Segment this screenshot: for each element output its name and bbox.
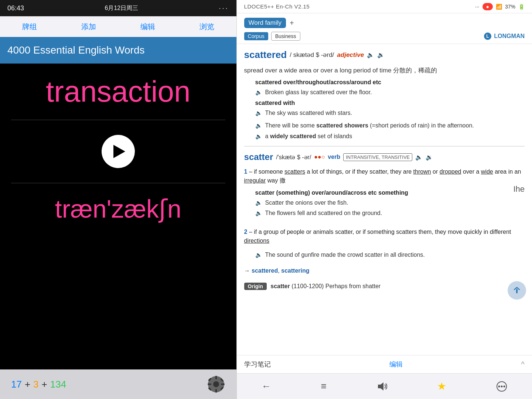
scatter-sense-2: 2 – if a group of people or animals scat… bbox=[244, 222, 525, 264]
arrow-symbol: → bbox=[244, 267, 252, 274]
example-text-1: Broken glass lay scattered over the floo… bbox=[265, 88, 372, 96]
sense-num-2: 2 bbox=[244, 229, 248, 235]
scatter-pronunciation: /'skætə $ -ər/ bbox=[276, 154, 311, 161]
separator-1: + bbox=[25, 379, 30, 390]
back-button[interactable]: ← bbox=[262, 381, 271, 392]
scatter-sound-2[interactable]: 🔉 bbox=[426, 154, 433, 161]
sense-def-2: – if a group of people or animals scatte… bbox=[244, 229, 511, 244]
add-symbol[interactable]: + bbox=[290, 19, 294, 27]
scattered-headword: scattered bbox=[244, 49, 287, 61]
play-button-container bbox=[102, 135, 135, 168]
svg-point-18 bbox=[503, 385, 505, 387]
example-line-2: 🔈 The sky was scattered with stars. bbox=[255, 108, 525, 118]
nav-item-liulan[interactable]: 浏览 bbox=[200, 22, 214, 32]
longman-logo: L LONGMAN bbox=[484, 32, 525, 40]
right-status-icons: ··· ● 📶 37% 🔋 bbox=[475, 3, 525, 10]
sound-button[interactable] bbox=[376, 381, 387, 392]
origin-tag: Origin bbox=[244, 283, 267, 290]
settings-icon[interactable] bbox=[207, 375, 225, 393]
word-family-tag[interactable]: Word family bbox=[244, 18, 286, 28]
scatter-sound-1[interactable]: 🔈 bbox=[415, 154, 423, 161]
sound-ex-1[interactable]: 🔈 bbox=[255, 89, 262, 96]
example-text-2: The sky was scattered with stars. bbox=[265, 109, 352, 117]
svg-point-16 bbox=[501, 385, 502, 387]
scatter-sound-ex-3[interactable]: 🔈 bbox=[255, 252, 262, 258]
nav-item-tianjia[interactable]: 添加 bbox=[81, 22, 96, 32]
sound-icon-2[interactable]: 🔉 bbox=[377, 51, 385, 58]
divider-top bbox=[11, 120, 225, 120]
chevron-up-icon[interactable]: ^ bbox=[521, 360, 525, 369]
nav-bar: 牌组 添加 编辑 浏览 bbox=[0, 16, 236, 37]
right-status-bar: LDOCE5++ En-Ch V2.15 ··· ● 📶 37% 🔋 bbox=[237, 0, 532, 13]
play-button[interactable] bbox=[102, 135, 135, 168]
scattered-pos: adjective bbox=[337, 51, 364, 59]
word-display: transaction træn'zækʃn bbox=[0, 64, 236, 369]
record-button[interactable]: ● bbox=[482, 3, 493, 10]
svg-rect-13 bbox=[516, 289, 518, 293]
related-scattered[interactable]: scattered bbox=[252, 267, 278, 274]
related-scattering[interactable]: scattering bbox=[281, 267, 309, 274]
scatter-grammar-tag: INTRANSITIVE, TRANSITIVE bbox=[343, 153, 412, 161]
phonetic-word: træn'zækʃn bbox=[48, 194, 189, 224]
nav-item-paizhuo[interactable]: 牌组 bbox=[22, 22, 37, 32]
example-header-1: scattered over/throughout/across/around … bbox=[255, 79, 525, 86]
example-text-3: There will be some scattered showers (=s… bbox=[265, 122, 474, 130]
left-panel: 06:43 6月12日周三 ··· 牌组 添加 编辑 浏览 4000 Essen… bbox=[0, 0, 236, 399]
status-bar: 06:43 6月12日周三 ··· bbox=[0, 0, 236, 16]
divider-bottom bbox=[11, 183, 225, 183]
scatter-ex-header-1: scatter (something) over/around/across e… bbox=[255, 190, 525, 196]
scatter-ex-line-1: 🔈 Scatter the onions over the fish. bbox=[255, 198, 525, 208]
battery-icon: 🔋 bbox=[518, 4, 525, 10]
main-word: transaction bbox=[38, 75, 198, 109]
scatter-headword: scatter bbox=[244, 152, 273, 162]
study-notes-bar: 学习笔记 编辑 ^ bbox=[237, 355, 532, 373]
nav-item-bianji[interactable]: 编辑 bbox=[140, 22, 155, 32]
scroll-to-top-button[interactable] bbox=[508, 281, 526, 300]
svg-point-17 bbox=[498, 385, 500, 387]
example-line-1: 🔈 Broken glass lay scattered over the fl… bbox=[255, 87, 525, 98]
scatter-pos: verb bbox=[328, 154, 340, 160]
list-button[interactable]: ≡ bbox=[321, 381, 327, 392]
count-orange: 3 bbox=[33, 379, 38, 390]
wifi-icon: 📶 bbox=[496, 4, 502, 10]
scatter-sound-ex-2[interactable]: 🔈 bbox=[255, 210, 262, 216]
dict-header: Word family + Corpus Business L LONGMAN bbox=[237, 13, 532, 44]
study-notes-edit[interactable]: 编辑 bbox=[389, 360, 403, 369]
bottom-toolbar: ← ≡ ★ bbox=[237, 373, 532, 399]
ihe-text: Ihe bbox=[513, 184, 525, 194]
scattered-pronunciation: / skætəd $ -ərd/ bbox=[290, 51, 334, 59]
longman-text: LONGMAN bbox=[494, 33, 525, 40]
battery-percent: 37% bbox=[505, 4, 515, 10]
scatter-freq-dots: ●●○ bbox=[314, 154, 325, 160]
svg-marker-14 bbox=[378, 382, 383, 391]
sound-ex-4[interactable]: 🔈 bbox=[255, 133, 262, 140]
more-button[interactable] bbox=[496, 381, 507, 392]
scatter-ex-text-3: The sound of gunfire made the crowd scat… bbox=[265, 251, 425, 259]
scattered-section: scattered / skætəd $ -ərd/ adjective 🔈 🔉… bbox=[244, 44, 525, 146]
svg-rect-4 bbox=[208, 383, 211, 385]
sound-ex-2[interactable]: 🔈 bbox=[255, 110, 262, 116]
svg-rect-5 bbox=[221, 383, 225, 385]
dict-content[interactable]: scattered / skætəd $ -ərd/ adjective 🔈 🔉… bbox=[237, 44, 532, 355]
deck-title: 4000 Essential English Words bbox=[7, 44, 144, 56]
sense-def-1: – if someone scatters a lot of things, o… bbox=[244, 168, 521, 184]
example-header-2: scattered with bbox=[255, 100, 525, 106]
business-tag[interactable]: Business bbox=[271, 32, 300, 41]
bottom-bar: 17 + 3 + 134 bbox=[0, 369, 236, 399]
example-group-2: scattered with 🔈 The sky was scattered w… bbox=[244, 100, 525, 118]
scatter-section: scatter /'skætə $ -ər/ ●●○ verb INTRANSI… bbox=[244, 146, 525, 280]
related-line: → scattered, scattering bbox=[244, 264, 525, 278]
scatter-sound-ex-1[interactable]: 🔈 bbox=[255, 200, 262, 206]
status-date: 6月12日周三 bbox=[105, 4, 138, 12]
scatter-example-group-1: scatter (something) over/around/across e… bbox=[244, 190, 525, 219]
count-display: 17 + 3 + 134 bbox=[11, 379, 66, 390]
origin-text: scatter (1100-1200) Perhaps from shatter bbox=[270, 283, 381, 289]
sound-icon-1[interactable]: 🔈 bbox=[367, 51, 374, 58]
sound-ex-3[interactable]: 🔈 bbox=[255, 122, 262, 129]
corpus-tag[interactable]: Corpus bbox=[244, 32, 268, 40]
word-family-row: Word family + bbox=[244, 18, 525, 28]
origin-section: Origin scatter (1100-1200) Perhaps from … bbox=[244, 280, 525, 293]
star-button[interactable]: ★ bbox=[437, 380, 446, 392]
study-notes-label: 学习笔记 bbox=[244, 360, 271, 369]
status-dots: ··· bbox=[219, 4, 229, 12]
